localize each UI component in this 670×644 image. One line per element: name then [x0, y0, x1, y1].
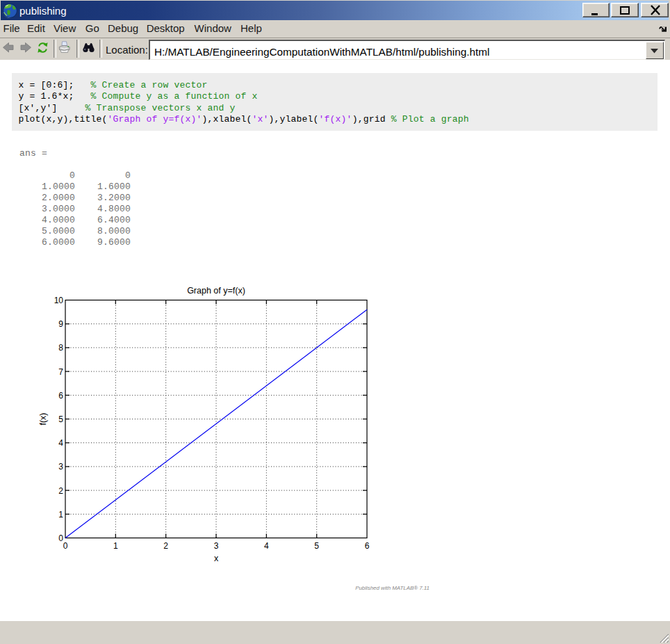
svg-text:10: 10: [54, 296, 64, 305]
svg-text:4: 4: [58, 438, 63, 448]
svg-text:8: 8: [58, 343, 63, 353]
svg-text:7: 7: [58, 367, 63, 377]
svg-text:f(x): f(x): [38, 412, 48, 425]
svg-text:4: 4: [264, 541, 269, 551]
svg-text:3: 3: [58, 462, 63, 472]
svg-text:1: 1: [58, 510, 63, 520]
svg-text:0: 0: [58, 533, 63, 543]
svg-text:x: x: [214, 554, 219, 563]
svg-text:Graph of y=f(x): Graph of y=f(x): [187, 286, 245, 296]
svg-text:6: 6: [365, 541, 370, 551]
svg-text:9: 9: [58, 319, 63, 329]
svg-text:5: 5: [314, 541, 319, 551]
svg-text:3: 3: [214, 541, 219, 551]
svg-text:6: 6: [58, 391, 63, 401]
svg-text:2: 2: [163, 541, 168, 551]
svg-text:1: 1: [113, 541, 118, 551]
svg-text:5: 5: [58, 414, 63, 424]
svg-text:2: 2: [58, 486, 63, 496]
svg-text:0: 0: [63, 541, 68, 551]
